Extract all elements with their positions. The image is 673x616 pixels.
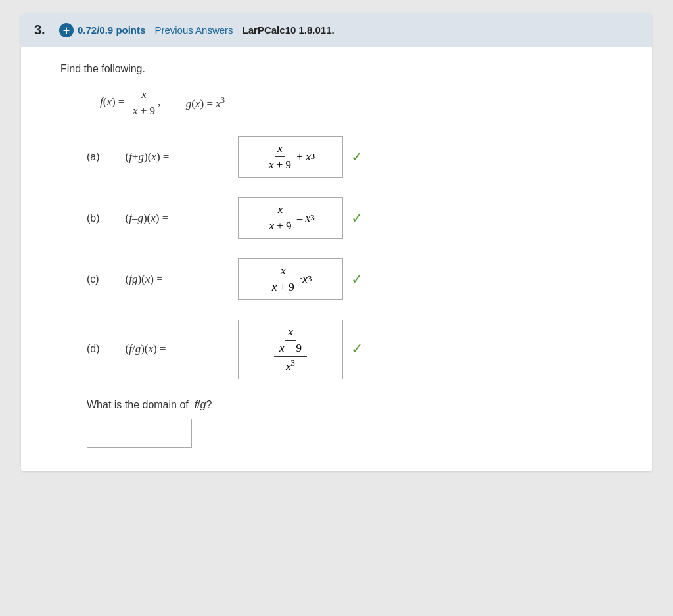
part-b-label: (b)	[87, 212, 120, 224]
part-a-label: (a)	[87, 151, 120, 163]
question-body: Find the following. f(x) = x x + 9 , g(x…	[21, 47, 652, 471]
domain-input-box[interactable]	[87, 419, 192, 448]
part-b-row: (b) (f – g)(x) = x x + 9 – x3 ✓	[87, 197, 626, 239]
domain-section: What is the domain of f/g?	[87, 399, 626, 448]
previous-answers-link[interactable]: Previous Answers	[154, 24, 233, 36]
part-a-check: ✓	[351, 149, 363, 166]
instruction-text: Find the following.	[60, 63, 626, 75]
question-header: 3. + 0.72/0.9 points Previous Answers La…	[21, 13, 652, 47]
part-c-expr: (fg)(x) =	[120, 273, 238, 286]
part-a-row: (a) (f + g)(x) = x x + 9 + x3 ✓	[87, 136, 626, 178]
part-c-row: (c) (fg)(x) = x x + 9 ·x3 ✓	[87, 258, 626, 300]
part-d-row: (d) (f/g)(x) = x x + 9 x3 ✓	[87, 320, 626, 379]
part-b-expr: (f – g)(x) =	[120, 212, 238, 225]
part-b-check: ✓	[351, 210, 363, 227]
part-a-expr: (f + g)(x) =	[120, 151, 238, 164]
part-d-answer: x x + 9 x3	[238, 320, 343, 379]
function-f-label: f(x) = x x + 9 ,	[100, 88, 160, 118]
part-a-answer: x x + 9 + x3	[238, 136, 343, 178]
part-b-answer: x x + 9 – x3	[238, 197, 343, 239]
part-d-check: ✓	[351, 341, 363, 358]
fraction-f: x x + 9	[130, 88, 158, 118]
plus-icon: +	[59, 23, 74, 37]
function-g-label: g(x) = x3	[180, 95, 225, 110]
points-badge: + 0.72/0.9 points	[59, 23, 145, 37]
part-d-expr: (f/g)(x) =	[120, 343, 238, 356]
part-c-label: (c)	[87, 273, 120, 285]
function-definitions: f(x) = x x + 9 , g(x) = x3	[100, 88, 626, 118]
part-c-check: ✓	[351, 271, 363, 288]
part-d-label: (d)	[87, 343, 120, 355]
part-c-answer: x x + 9 ·x3	[238, 258, 343, 300]
domain-question-label: What is the domain of f/g?	[87, 399, 626, 411]
question-container: 3. + 0.72/0.9 points Previous Answers La…	[21, 13, 652, 471]
points-text: 0.72/0.9 points	[78, 24, 145, 36]
problem-id: LarPCalc10 1.8.011.	[243, 24, 335, 36]
question-number: 3.	[34, 22, 50, 37]
